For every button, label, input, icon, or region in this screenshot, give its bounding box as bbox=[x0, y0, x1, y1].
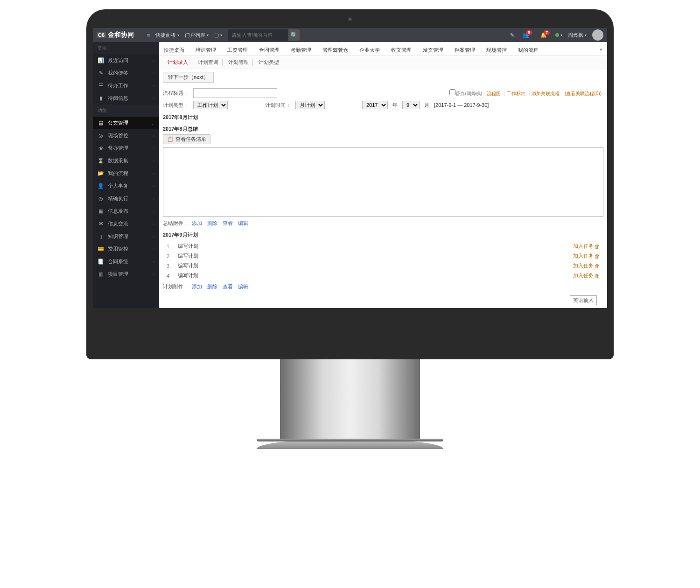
sidebar-item[interactable]: ✎我的便签› bbox=[93, 67, 159, 79]
plan-attach-edit[interactable]: 编辑 bbox=[238, 284, 248, 289]
chevron-icon: › bbox=[153, 196, 154, 201]
plan-attach-delete[interactable]: 删除 bbox=[207, 284, 217, 289]
plan-attach-view[interactable]: 查看 bbox=[223, 284, 233, 289]
tab[interactable]: 快捷桌面 bbox=[164, 45, 184, 56]
plan-type-select[interactable]: 工作计划 bbox=[193, 101, 228, 109]
device-dropdown[interactable]: ▢▾ bbox=[214, 32, 222, 38]
sidebar-item[interactable]: 📂我的流程› bbox=[93, 167, 159, 180]
tab[interactable]: 现场管控 bbox=[486, 45, 507, 56]
tab[interactable]: 档案管理 bbox=[455, 45, 475, 56]
work-standard-link[interactable]: 工作标准 bbox=[507, 91, 525, 96]
sidebar-item[interactable]: ▥项目管理› bbox=[93, 268, 159, 280]
sidebar-item-label: 待办工作 bbox=[108, 82, 128, 89]
quick-panel-dropdown[interactable]: 快捷面板▾ bbox=[155, 32, 179, 39]
attach-view[interactable]: 查看 bbox=[223, 220, 233, 226]
subtab[interactable]: 计划查询 bbox=[194, 59, 223, 66]
chevron-icon: › bbox=[153, 133, 154, 138]
subtab[interactable]: 计划类型 bbox=[255, 59, 283, 66]
wand-icon[interactable]: ✎ bbox=[510, 32, 514, 38]
sidebar-item[interactable]: ☰待办工作› bbox=[93, 79, 159, 92]
sidebar-icon: ◎ bbox=[98, 133, 104, 139]
tab[interactable]: 合同管理 bbox=[259, 45, 280, 56]
users-icon[interactable]: 👥5 bbox=[520, 32, 532, 38]
tabs-more-icon[interactable]: ▾ bbox=[600, 45, 602, 56]
view-related-flow-link[interactable]: (查看关联流程(0)) bbox=[565, 91, 602, 96]
sidebar-item[interactable]: 📊最近访问› bbox=[93, 54, 159, 67]
attach-delete[interactable]: 删除 bbox=[207, 220, 217, 226]
plan-attach-label: 计划附件： bbox=[163, 284, 189, 289]
subtab[interactable]: 计划录入 bbox=[164, 59, 192, 66]
subtab[interactable]: 计划管理 bbox=[224, 59, 253, 66]
sidebar-item-label: 个人事务 bbox=[108, 182, 128, 189]
chevron-icon: › bbox=[153, 146, 154, 151]
avatar[interactable] bbox=[592, 29, 603, 41]
trash-icon[interactable]: 🗑 bbox=[595, 263, 600, 269]
sidebar-icon: 📑 bbox=[98, 259, 104, 265]
search-button[interactable]: 🔍 bbox=[288, 29, 300, 41]
app-logo: C6金和协同 bbox=[97, 31, 134, 39]
add-related-flow-link[interactable]: 添加关联流程 bbox=[532, 91, 560, 96]
trash-icon[interactable]: 🗑 bbox=[595, 273, 600, 279]
ime-indicator[interactable]: 英语输入 bbox=[570, 295, 597, 305]
search-input[interactable] bbox=[228, 30, 288, 40]
portal-list-dropdown[interactable]: 门户列表▾ bbox=[185, 32, 209, 39]
sidebar-icon: ⌛ bbox=[98, 158, 104, 164]
sidebar-common-header: 常用 bbox=[93, 42, 159, 54]
task-num: 1 bbox=[167, 244, 178, 249]
tab[interactable]: 工资管理 bbox=[227, 45, 248, 56]
summary-textarea[interactable] bbox=[163, 147, 603, 217]
sidebar-item[interactable]: ◎现场管控› bbox=[93, 129, 159, 142]
sidebar-item[interactable]: ▦信息发布› bbox=[93, 205, 159, 217]
flow-chart-link[interactable]: 流程图 bbox=[487, 91, 501, 96]
bell-badge: 7 bbox=[544, 30, 550, 35]
bell-icon[interactable]: 🔔7 bbox=[538, 32, 550, 38]
sidebar-item[interactable]: 📑合同系统› bbox=[93, 255, 159, 268]
next-step-button[interactable]: 转下一步（next） bbox=[163, 72, 214, 83]
plan-attach-add[interactable]: 添加 bbox=[192, 284, 202, 289]
sidebar-item[interactable]: 💳费用管控› bbox=[93, 243, 159, 255]
view-task-list-button[interactable]: 📋查看任务清单 bbox=[163, 134, 210, 144]
task-num: 3 bbox=[167, 263, 178, 269]
add-task-link[interactable]: 加入任务🗑 bbox=[573, 252, 600, 259]
plan-time-select[interactable]: 月计划 bbox=[295, 101, 325, 109]
add-task-link[interactable]: 加入任务🗑 bbox=[573, 262, 600, 269]
sidebar-item[interactable]: 👁督办管理› bbox=[93, 142, 159, 154]
attach-add[interactable]: 添加 bbox=[192, 220, 202, 226]
monitor-stand-base bbox=[257, 439, 443, 449]
sidebar-item[interactable]: ⌛数据采集› bbox=[93, 154, 159, 167]
tab[interactable]: 收文管理 bbox=[391, 45, 412, 56]
tab[interactable]: 我的流程 bbox=[518, 45, 539, 56]
sub-tabs: 计划录入计划查询计划管理计划类型 bbox=[159, 56, 607, 69]
sidebar-icon: ▦ bbox=[98, 208, 104, 214]
sidebar-item[interactable]: 👤个人事务› bbox=[93, 180, 159, 192]
sidebar-toggle-icon[interactable]: ≡ bbox=[147, 32, 150, 38]
status-dropdown[interactable]: ▾ bbox=[555, 33, 562, 37]
sidebar-func-header: 功能 bbox=[93, 105, 159, 117]
flow-title-input[interactable] bbox=[193, 88, 277, 98]
trash-icon[interactable]: 🗑 bbox=[595, 244, 600, 249]
supervise-checkbox[interactable] bbox=[449, 89, 455, 95]
sidebar-item[interactable]: ◷精确执行› bbox=[93, 192, 159, 205]
chevron-icon: ⌄ bbox=[151, 121, 154, 126]
tab[interactable]: 发文管理 bbox=[423, 45, 443, 56]
sidebar-item[interactable]: ▮待阅信息› bbox=[93, 92, 159, 105]
year-select[interactable]: 2017 bbox=[362, 101, 388, 109]
tab[interactable]: 培训管理 bbox=[196, 45, 216, 56]
trash-icon[interactable]: 🗑 bbox=[595, 253, 600, 259]
sidebar-item-label: 我的流程 bbox=[108, 170, 128, 177]
sidebar-item[interactable]: ▤公文管理⌄ bbox=[93, 117, 159, 129]
monitor-frame: C6金和协同 ≡ 快捷面板▾ 门户列表▾ ▢▾ 🔍 ✎ 👥5 🔔7 ▾ 周烨枫▾ bbox=[86, 9, 614, 449]
attach-edit[interactable]: 编辑 bbox=[238, 220, 248, 226]
tab[interactable]: 企业大学 bbox=[359, 45, 380, 56]
month-select[interactable]: 9 bbox=[402, 101, 420, 109]
add-task-link[interactable]: 加入任务🗑 bbox=[573, 243, 600, 250]
add-task-link[interactable]: 加入任务🗑 bbox=[573, 272, 600, 279]
camera-dot bbox=[348, 17, 352, 21]
tab[interactable]: 管理驾驶仓 bbox=[322, 45, 348, 56]
supervise-label: 督办(周烨枫) bbox=[455, 91, 482, 96]
sidebar-item[interactable]: ▯知识管理› bbox=[93, 230, 159, 243]
sidebar-item[interactable]: ✉信息交流› bbox=[93, 217, 159, 230]
tab[interactable]: 考勤管理 bbox=[291, 45, 311, 56]
search-box: 🔍 bbox=[228, 29, 300, 41]
user-name-dropdown[interactable]: 周烨枫▾ bbox=[568, 32, 587, 39]
